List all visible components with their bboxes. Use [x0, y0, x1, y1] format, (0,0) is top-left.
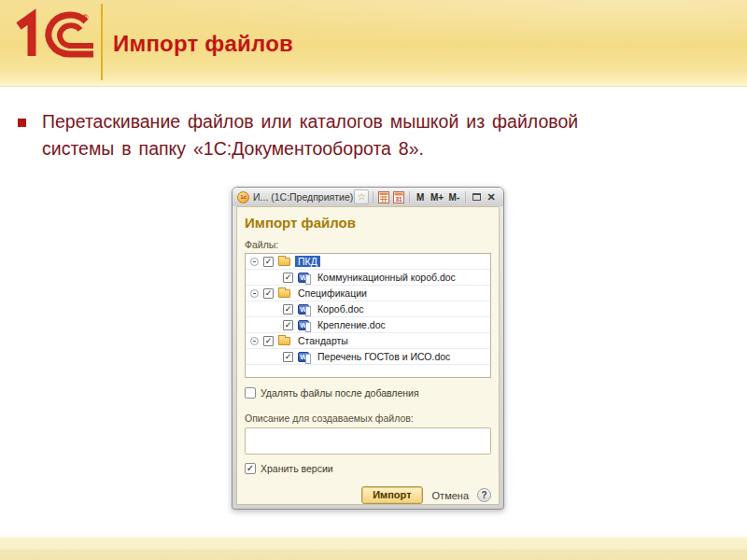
word-document-icon: W — [298, 352, 309, 362]
maximize-button[interactable] — [470, 189, 483, 204]
tree-row[interactable]: ✓Стандарты — [246, 333, 490, 349]
row-checkbox[interactable]: ✓ — [283, 352, 293, 362]
presentation-slide: ® Импорт файлов Перетаскивание файлов ил… — [0, 0, 747, 560]
titlebar-separator — [373, 191, 374, 203]
tree-row-label[interactable]: Перечень ГОСТов и ИСО.doc — [315, 351, 453, 362]
slide-header: ® Импорт файлов — [0, 0, 747, 87]
dialog-heading: Импорт файлов — [245, 215, 491, 231]
tree-empty-row — [246, 365, 490, 378]
titlebar-separator — [465, 191, 466, 203]
file-tree[interactable]: ✓ПКД✓WКоммуникационный короб.doc✓Специфи… — [245, 253, 491, 378]
keep-versions-label: Хранить версии — [261, 463, 333, 474]
bullet-text-line: системы в папку «1С:Документооборота 8». — [42, 135, 708, 162]
tree-row-label[interactable]: Короб.doc — [315, 303, 367, 315]
delete-after-add-label: Удалять файлы после добавления — [261, 387, 419, 399]
delete-after-add-checkbox[interactable] — [245, 387, 256, 399]
dialog-button-row: Импорт Отмена ? — [245, 486, 491, 504]
bullet-block: Перетаскивание файлов или каталогов мышк… — [17, 108, 708, 162]
bullet-text-line: Перетаскивание файлов или каталогов мышк… — [42, 108, 708, 135]
row-checkbox[interactable]: ✓ — [263, 336, 274, 346]
memory-button-m-plus[interactable]: M+ — [429, 189, 445, 204]
calculator-icon — [378, 191, 389, 203]
calculator-button[interactable] — [377, 189, 390, 204]
tree-row[interactable]: ✓WПеречень ГОСТов и ИСО.doc — [246, 349, 490, 365]
folder-icon — [278, 337, 290, 345]
row-checkbox[interactable]: ✓ — [263, 288, 274, 299]
calendar-icon: 31 — [393, 191, 404, 203]
collapse-expander-icon[interactable] — [250, 337, 259, 345]
keep-versions-checkbox[interactable]: ✓ — [245, 463, 256, 474]
row-checkbox[interactable]: ✓ — [283, 320, 293, 330]
help-button[interactable]: ? — [477, 488, 491, 502]
tree-row-label[interactable]: Стандарты — [295, 335, 351, 346]
memory-button-label: M — [415, 192, 426, 203]
row-checkbox[interactable]: ✓ — [283, 273, 293, 283]
bullet-marker-icon — [18, 119, 26, 127]
word-document-icon: W — [298, 273, 309, 283]
folder-icon — [278, 289, 290, 298]
tree-row-label[interactable]: Спецификации — [295, 287, 370, 299]
memory-button-m[interactable]: M — [414, 189, 427, 204]
memory-button-m-minus[interactable]: M- — [447, 189, 461, 204]
favorites-button[interactable]: ☆ — [354, 189, 369, 204]
tree-row-label[interactable]: Крепление.doc — [315, 319, 388, 330]
import-button[interactable]: Импорт — [361, 486, 422, 504]
row-checkbox[interactable]: ✓ — [263, 257, 274, 267]
dialog-window-title: И... (1С:Предприятие) — [253, 191, 353, 203]
calendar-button[interactable]: 31 — [392, 189, 405, 204]
header-divider — [101, 4, 103, 80]
slide-footer — [0, 537, 747, 560]
slide-title: Импорт файлов — [113, 31, 293, 57]
word-document-icon: W — [298, 320, 309, 330]
tree-row-label[interactable]: ПКД — [295, 256, 320, 267]
delete-after-add-checkbox-row[interactable]: Удалять файлы после добавления — [245, 387, 491, 399]
maximize-icon — [472, 193, 481, 201]
tree-row[interactable]: ✓WКороб.doc — [246, 301, 490, 317]
1c-app-icon: 1с — [237, 191, 249, 203]
close-icon: ✕ — [486, 192, 495, 203]
word-document-icon: W — [298, 304, 309, 315]
folder-icon — [278, 258, 290, 266]
collapse-expander-icon[interactable] — [250, 258, 259, 266]
files-label: Файлы: — [245, 239, 491, 250]
dialog-titlebar[interactable]: 1с И... (1С:Предприятие) ☆ 31 — [233, 188, 503, 206]
memory-button-label: M+ — [429, 192, 445, 203]
svg-text:31: 31 — [396, 195, 403, 202]
keep-versions-checkbox-row[interactable]: ✓ Хранить версии — [245, 463, 491, 474]
tree-row[interactable]: ✓WКрепление.doc — [246, 317, 490, 333]
tree-row[interactable]: ✓WКоммуникационный короб.doc — [246, 270, 490, 286]
tree-row[interactable]: ✓ПКД — [246, 254, 490, 270]
bullet-text: Перетаскивание файлов или каталогов мышк… — [42, 108, 708, 162]
close-button[interactable]: ✕ — [485, 189, 498, 204]
row-checkbox[interactable]: ✓ — [283, 304, 293, 315]
collapse-expander-icon[interactable] — [250, 289, 259, 298]
memory-button-label: M- — [447, 192, 462, 203]
tree-row[interactable]: ✓Спецификации — [246, 286, 490, 301]
description-label: Описание для создаваемых файлов: — [245, 413, 491, 424]
import-files-dialog: 1с И... (1С:Предприятие) ☆ 31 — [232, 187, 504, 510]
cancel-button[interactable]: Отмена — [432, 490, 469, 501]
dialog-body: Импорт файлов Файлы: ✓ПКД✓WКоммуникацион… — [236, 206, 500, 505]
description-input[interactable] — [245, 427, 491, 455]
registered-mark: ® — [82, 13, 89, 22]
tree-row-label[interactable]: Коммуникационный короб.doc — [315, 272, 458, 283]
star-icon: ☆ — [358, 192, 366, 202]
titlebar-separator — [409, 191, 410, 203]
